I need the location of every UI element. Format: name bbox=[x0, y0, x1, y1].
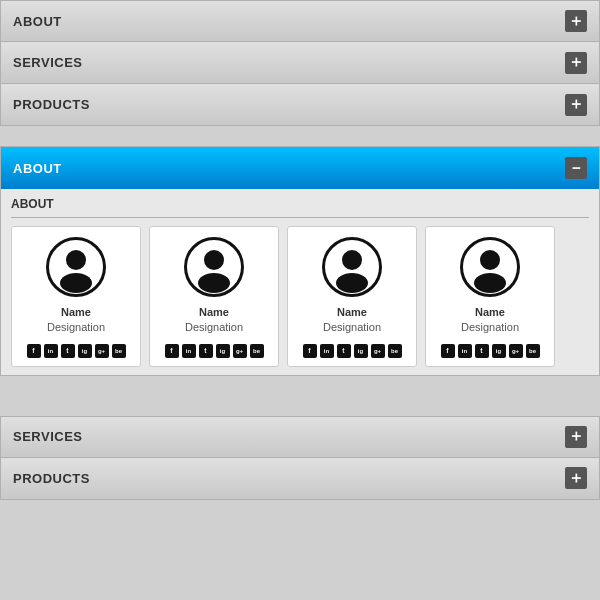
facebook-icon-3[interactable]: f bbox=[303, 344, 317, 358]
plus-icon-about[interactable]: ＋ bbox=[565, 10, 587, 32]
card-designation-2: Designation bbox=[185, 320, 243, 335]
team-card-4: Name Designation f in t ig g+ be bbox=[425, 226, 555, 367]
expanded-subheader: ABOUT bbox=[11, 197, 589, 218]
plus-icon-products-bottom[interactable]: ＋ bbox=[565, 467, 587, 489]
avatar-4 bbox=[460, 237, 520, 297]
top-accordion-group: ABOUT ＋ SERVICES ＋ PRODUCTS ＋ bbox=[0, 0, 600, 126]
accordion-item-services-bottom[interactable]: SERVICES ＋ bbox=[0, 416, 600, 458]
gap-2 bbox=[0, 376, 600, 396]
expanded-header-label: ABOUT bbox=[13, 161, 62, 176]
gplus-icon-1[interactable]: g+ bbox=[95, 344, 109, 358]
card-designation-4: Designation bbox=[461, 320, 519, 335]
team-grid: Name Designation f in t ig g+ be bbox=[11, 226, 589, 367]
behance-icon-2[interactable]: be bbox=[250, 344, 264, 358]
expanded-about-header[interactable]: ABOUT － bbox=[1, 147, 599, 189]
minus-icon-about[interactable]: － bbox=[565, 157, 587, 179]
svg-point-4 bbox=[342, 250, 362, 270]
twitter-icon-2[interactable]: t bbox=[199, 344, 213, 358]
social-icons-1: f in t ig g+ be bbox=[27, 344, 126, 358]
linkedin-icon-2[interactable]: in bbox=[182, 344, 196, 358]
svg-point-0 bbox=[66, 250, 86, 270]
expanded-about-body: ABOUT Name Designation f in t ig g+ bbox=[1, 189, 599, 375]
linkedin-icon-3[interactable]: in bbox=[320, 344, 334, 358]
instagram-icon-3[interactable]: ig bbox=[354, 344, 368, 358]
behance-icon-3[interactable]: be bbox=[388, 344, 402, 358]
svg-point-6 bbox=[480, 250, 500, 270]
avatar-1 bbox=[46, 237, 106, 297]
instagram-icon-4[interactable]: ig bbox=[492, 344, 506, 358]
plus-icon-services-bottom[interactable]: ＋ bbox=[565, 426, 587, 448]
accordion-label-services-bottom: SERVICES bbox=[13, 429, 83, 444]
accordion-item-services[interactable]: SERVICES ＋ bbox=[0, 42, 600, 84]
social-icons-2: f in t ig g+ be bbox=[165, 344, 264, 358]
card-name-3: Name bbox=[337, 305, 367, 320]
facebook-icon-2[interactable]: f bbox=[165, 344, 179, 358]
accordion-label-products-bottom: PRODUCTS bbox=[13, 471, 90, 486]
avatar-2 bbox=[184, 237, 244, 297]
plus-icon-services[interactable]: ＋ bbox=[565, 52, 587, 74]
behance-icon-4[interactable]: be bbox=[526, 344, 540, 358]
linkedin-icon-4[interactable]: in bbox=[458, 344, 472, 358]
plus-icon-products[interactable]: ＋ bbox=[565, 94, 587, 116]
twitter-icon-1[interactable]: t bbox=[61, 344, 75, 358]
instagram-icon-2[interactable]: ig bbox=[216, 344, 230, 358]
accordion-label-products: PRODUCTS bbox=[13, 97, 90, 112]
svg-point-7 bbox=[474, 273, 506, 293]
card-designation-1: Designation bbox=[47, 320, 105, 335]
twitter-icon-3[interactable]: t bbox=[337, 344, 351, 358]
card-name-1: Name bbox=[61, 305, 91, 320]
instagram-icon-1[interactable]: ig bbox=[78, 344, 92, 358]
gap-1 bbox=[0, 126, 600, 146]
avatar-3 bbox=[322, 237, 382, 297]
svg-point-3 bbox=[198, 273, 230, 293]
twitter-icon-4[interactable]: t bbox=[475, 344, 489, 358]
gplus-icon-2[interactable]: g+ bbox=[233, 344, 247, 358]
card-name-4: Name bbox=[475, 305, 505, 320]
card-name-2: Name bbox=[199, 305, 229, 320]
behance-icon-1[interactable]: be bbox=[112, 344, 126, 358]
facebook-icon-1[interactable]: f bbox=[27, 344, 41, 358]
svg-point-1 bbox=[60, 273, 92, 293]
linkedin-icon-1[interactable]: in bbox=[44, 344, 58, 358]
accordion-item-products[interactable]: PRODUCTS ＋ bbox=[0, 84, 600, 126]
accordion-label-about: ABOUT bbox=[13, 14, 62, 29]
svg-point-5 bbox=[336, 273, 368, 293]
gplus-icon-3[interactable]: g+ bbox=[371, 344, 385, 358]
team-card-3: Name Designation f in t ig g+ be bbox=[287, 226, 417, 367]
facebook-icon-4[interactable]: f bbox=[441, 344, 455, 358]
accordion-label-services: SERVICES bbox=[13, 55, 83, 70]
svg-point-2 bbox=[204, 250, 224, 270]
social-icons-4: f in t ig g+ be bbox=[441, 344, 540, 358]
card-designation-3: Designation bbox=[323, 320, 381, 335]
social-icons-3: f in t ig g+ be bbox=[303, 344, 402, 358]
team-card-1: Name Designation f in t ig g+ be bbox=[11, 226, 141, 367]
bottom-accordion-group: SERVICES ＋ PRODUCTS ＋ bbox=[0, 416, 600, 500]
accordion-item-products-bottom[interactable]: PRODUCTS ＋ bbox=[0, 458, 600, 500]
team-card-2: Name Designation f in t ig g+ be bbox=[149, 226, 279, 367]
accordion-item-about[interactable]: ABOUT ＋ bbox=[0, 0, 600, 42]
gplus-icon-4[interactable]: g+ bbox=[509, 344, 523, 358]
expanded-about-panel: ABOUT － ABOUT Name Designation f in t bbox=[0, 146, 600, 376]
